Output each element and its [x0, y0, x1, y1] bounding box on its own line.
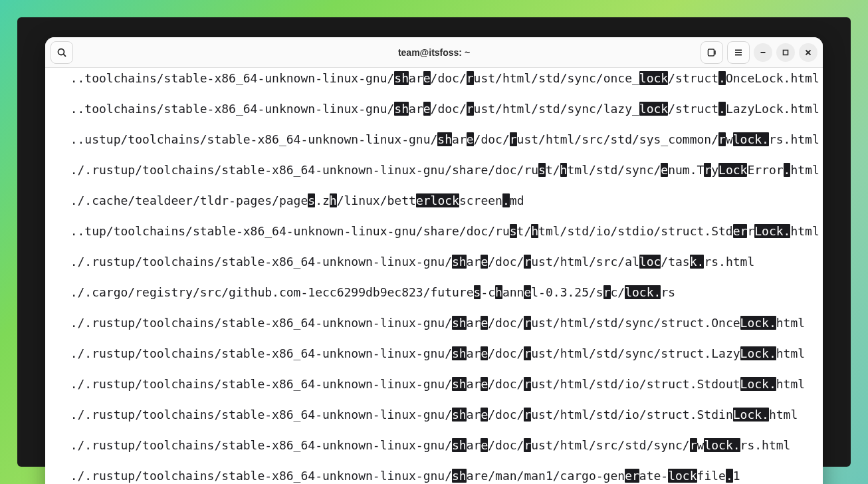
- result-row[interactable]: ./.rustup/toolchains/stable-x86_64-unkno…: [49, 468, 819, 483]
- result-row[interactable]: ./.rustup/toolchains/stable-x86_64-unkno…: [49, 346, 819, 361]
- svg-point-0: [58, 49, 64, 55]
- result-row[interactable]: ./.cache/tealdeer/tldr-pages/pages.zh/li…: [49, 193, 819, 208]
- hamburger-icon: [733, 47, 744, 58]
- minimize-icon: [758, 48, 768, 57]
- close-button[interactable]: [799, 43, 817, 62]
- result-row[interactable]: ..ustup/toolchains/stable-x86_64-unknown…: [49, 132, 819, 147]
- svg-line-1: [64, 54, 66, 57]
- result-row[interactable]: ..tup/toolchains/stable-x86_64-unknown-l…: [49, 223, 819, 239]
- search-button[interactable]: [51, 41, 73, 64]
- svg-rect-2: [708, 49, 714, 56]
- desktop-frame: team@itsfoss: ~ ..toolchains/: [17, 17, 851, 467]
- result-row[interactable]: ..toolchains/stable-x86_64-unknown-linux…: [49, 101, 819, 116]
- result-row[interactable]: ./.rustup/toolchains/stable-x86_64-unkno…: [49, 437, 819, 453]
- terminal-window: team@itsfoss: ~ ..toolchains/: [45, 37, 823, 484]
- minimize-button[interactable]: [754, 43, 772, 62]
- titlebar: team@itsfoss: ~: [45, 37, 823, 68]
- new-tab-icon: [706, 47, 717, 58]
- search-icon: [56, 47, 67, 58]
- result-row[interactable]: ./.rustup/toolchains/stable-x86_64-unkno…: [49, 376, 819, 392]
- svg-rect-8: [784, 50, 788, 55]
- result-row[interactable]: ./.rustup/toolchains/stable-x86_64-unkno…: [49, 407, 819, 422]
- result-row[interactable]: ./.rustup/toolchains/stable-x86_64-unkno…: [49, 315, 819, 330]
- close-icon: [804, 48, 813, 57]
- maximize-button[interactable]: [776, 43, 795, 62]
- menu-button[interactable]: [727, 41, 750, 64]
- result-row[interactable]: ./.cargo/registry/src/github.com-1ecc629…: [49, 285, 819, 300]
- result-row[interactable]: ..toolchains/stable-x86_64-unknown-linux…: [49, 70, 819, 86]
- terminal-body[interactable]: ..toolchains/stable-x86_64-unknown-linux…: [45, 68, 823, 484]
- result-row[interactable]: ./.rustup/toolchains/stable-x86_64-unkno…: [49, 162, 819, 178]
- maximize-icon: [781, 48, 790, 57]
- new-tab-button[interactable]: [701, 41, 723, 64]
- result-row[interactable]: ./.rustup/toolchains/stable-x86_64-unkno…: [49, 254, 819, 269]
